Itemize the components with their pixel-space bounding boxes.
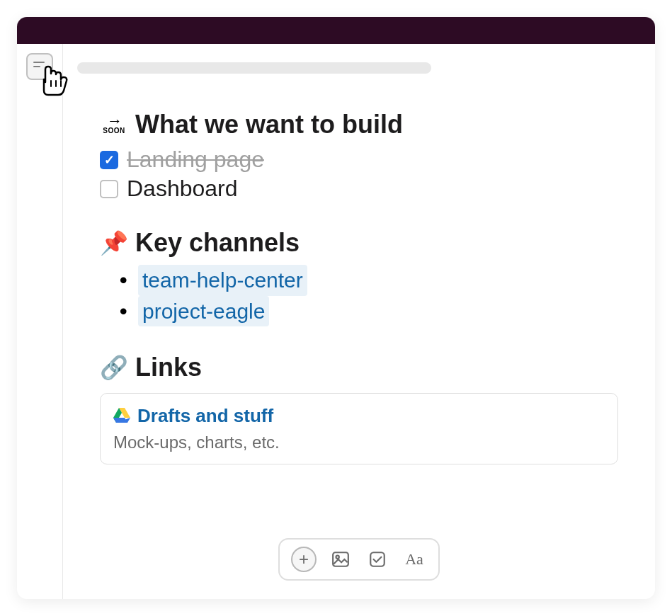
bullet-icon: • xyxy=(120,265,138,296)
link-emoji-icon: 🔗 xyxy=(100,354,128,381)
image-button[interactable] xyxy=(328,547,353,572)
svg-rect-3 xyxy=(333,552,348,566)
main-pane: → SOON What we want to build ✓ Landing p… xyxy=(63,44,655,599)
section-heading-channels: 📌 Key channels xyxy=(100,227,618,258)
window-titlebar xyxy=(17,17,655,44)
text-format-button[interactable]: Aa xyxy=(402,547,427,572)
build-checklist: ✓ Landing page Dashboard xyxy=(100,147,618,202)
checklist-item-label: Dashboard xyxy=(127,176,238,202)
svg-point-4 xyxy=(336,556,339,559)
section-title-channels: Key channels xyxy=(135,227,300,258)
pushpin-emoji-icon: 📌 xyxy=(100,229,128,256)
svg-rect-5 xyxy=(370,552,385,566)
section-title-links: Links xyxy=(135,352,202,382)
checklist-icon xyxy=(368,550,387,569)
checklist-item: Dashboard xyxy=(100,176,618,202)
channel-link-team-help-center[interactable]: team-help-center xyxy=(138,265,307,296)
section-title-build: What we want to build xyxy=(135,109,403,139)
left-rail xyxy=(17,44,63,599)
document-body: → SOON What we want to build ✓ Landing p… xyxy=(77,109,628,464)
content-area: → SOON What we want to build ✓ Landing p… xyxy=(17,44,655,599)
document-title-placeholder[interactable] xyxy=(77,62,431,74)
image-icon xyxy=(331,550,350,569)
checkmark-icon: ✓ xyxy=(104,152,115,168)
checkbox-landing-page[interactable]: ✓ xyxy=(100,151,118,169)
checklist-button[interactable] xyxy=(365,547,390,572)
section-heading-build: → SOON What we want to build xyxy=(100,109,618,139)
link-card-header: Drafts and stuff xyxy=(113,405,605,427)
app-window: → SOON What we want to build ✓ Landing p… xyxy=(17,17,655,599)
checkbox-dashboard[interactable] xyxy=(100,180,118,198)
section-heading-links: 🔗 Links xyxy=(100,352,618,382)
add-button[interactable]: + xyxy=(291,547,317,572)
checklist-item: ✓ Landing page xyxy=(100,147,618,173)
link-card-drafts[interactable]: Drafts and stuff Mock-ups, charts, etc. xyxy=(100,393,618,464)
channel-link-project-eagle[interactable]: project-eagle xyxy=(138,296,269,327)
list-item: • project-eagle xyxy=(120,296,618,327)
bullet-icon: • xyxy=(120,296,138,327)
link-card-title: Drafts and stuff xyxy=(137,405,273,427)
google-drive-icon xyxy=(113,408,130,423)
pointer-cursor-icon xyxy=(38,65,69,96)
list-item: • team-help-center xyxy=(120,265,618,296)
formatting-toolbar: + Aa xyxy=(278,538,440,581)
checklist-item-label: Landing page xyxy=(127,147,264,173)
channels-list: • team-help-center • project-eagle xyxy=(100,265,618,326)
soon-emoji-icon: → SOON xyxy=(100,115,128,132)
link-card-description: Mock-ups, charts, etc. xyxy=(113,433,605,452)
